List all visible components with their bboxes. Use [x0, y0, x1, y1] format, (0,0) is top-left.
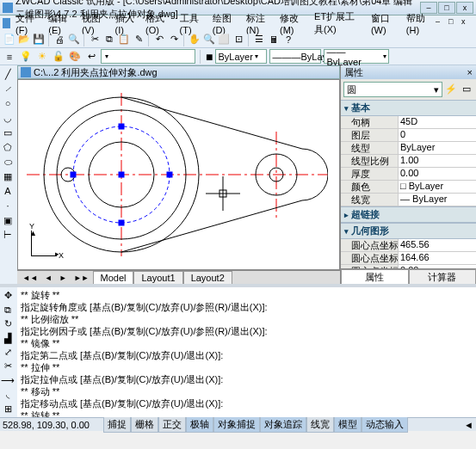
- otrack-toggle[interactable]: 对象追踪: [260, 416, 306, 433]
- prop-value[interactable]: 465.56: [398, 239, 476, 251]
- tab-nav-next[interactable]: ►: [56, 274, 71, 282]
- prop-value[interactable]: 45D: [398, 116, 476, 128]
- circle-icon[interactable]: ○: [1, 96, 15, 110]
- new-icon[interactable]: 📄: [3, 33, 16, 46]
- grip-north[interactable]: [119, 124, 125, 130]
- prop-group[interactable]: ▾基本: [341, 100, 476, 116]
- tab-model[interactable]: Model: [93, 271, 134, 284]
- dyn-toggle[interactable]: 动态输入: [362, 416, 408, 433]
- command-window[interactable]: ✥ ⧉ ↻ ▟ ⤢ ✂ ⟶ ◟ ⊞ ** 旋转 **指定旋转角度或 [基点(B)…: [0, 284, 476, 417]
- layer-color-icon[interactable]: 🎨: [68, 50, 82, 64]
- prop-row[interactable]: 圆心点坐标 Y164.66: [341, 252, 476, 265]
- twisty-icon[interactable]: ▸: [344, 211, 349, 219]
- osnap-toggle[interactable]: 对象捕捉: [213, 416, 260, 433]
- doc-maximize[interactable]: □: [448, 17, 461, 29]
- close-button[interactable]: x: [456, 2, 473, 14]
- mirror-icon[interactable]: ▟: [1, 331, 15, 344]
- prop-row[interactable]: 圆心点坐标 X465.56: [341, 239, 476, 252]
- match-icon[interactable]: ✎: [132, 33, 145, 46]
- grid-toggle[interactable]: 栅格: [131, 416, 158, 433]
- open-icon[interactable]: 📂: [17, 33, 31, 46]
- linetype-combo[interactable]: ——— ByLayer▾: [269, 49, 321, 64]
- color-combo[interactable]: ByLayer▾: [215, 49, 267, 64]
- block-icon[interactable]: ▣: [1, 213, 15, 227]
- properties-icon[interactable]: ☰: [252, 33, 266, 46]
- pan-icon[interactable]: ✋: [188, 33, 201, 46]
- scale-icon[interactable]: ⤢: [1, 346, 15, 359]
- zoom-window-icon[interactable]: ⬜: [217, 33, 231, 46]
- prop-row[interactable]: 厚度0.00: [341, 168, 476, 181]
- polar-toggle[interactable]: 极轴: [186, 416, 213, 433]
- grip-center[interactable]: [119, 172, 125, 178]
- prop-value[interactable]: ByLayer: [398, 142, 476, 154]
- line-icon[interactable]: ╱: [1, 67, 15, 81]
- layer-light-icon[interactable]: 💡: [19, 50, 33, 64]
- layer-prev-icon[interactable]: ↩: [84, 50, 98, 64]
- preview-icon[interactable]: 🔍: [67, 33, 81, 46]
- tab-nav-last[interactable]: ►►: [71, 274, 93, 282]
- tab-nav-prev[interactable]: ◄: [41, 274, 56, 282]
- menu-ettools[interactable]: ET扩展工具(X): [310, 9, 366, 37]
- point-icon[interactable]: ·: [1, 199, 15, 212]
- copy2-icon[interactable]: ⧉: [1, 303, 15, 316]
- select-objects-icon[interactable]: ▭: [460, 82, 473, 95]
- prop-value[interactable]: 1.00: [398, 155, 476, 167]
- tab-properties[interactable]: 属性: [341, 269, 409, 284]
- doc-minimize[interactable]: –: [436, 17, 448, 29]
- prop-group[interactable]: ▸超链接: [341, 206, 476, 223]
- tab-nav-first[interactable]: ◄◄: [19, 274, 41, 282]
- status-arrow-icon[interactable]: ◄: [464, 420, 473, 430]
- move-icon[interactable]: ✥: [1, 289, 15, 302]
- grip-west[interactable]: [71, 172, 77, 178]
- prop-row[interactable]: 图层0: [341, 129, 476, 142]
- rect-icon[interactable]: ▭: [1, 126, 15, 139]
- snap-toggle[interactable]: 捕捉: [103, 416, 131, 433]
- help-icon[interactable]: ?: [281, 33, 295, 46]
- ortho-toggle[interactable]: 正交: [158, 416, 186, 433]
- zoom-extents-icon[interactable]: ⊡: [232, 33, 245, 46]
- prop-row[interactable]: 线宽— ByLayer: [341, 194, 476, 206]
- copy-icon[interactable]: ⧉: [102, 33, 116, 46]
- layer-mgr-icon[interactable]: ≡: [3, 50, 16, 64]
- grip-south[interactable]: [119, 220, 125, 226]
- print-icon[interactable]: 🖨: [53, 33, 66, 46]
- drawing-canvas[interactable]: Y X ▲ ▸: [17, 79, 340, 270]
- layer-combo[interactable]: ▾: [101, 49, 195, 64]
- text-icon[interactable]: A: [1, 184, 15, 198]
- prop-row[interactable]: 线型ByLayer: [341, 142, 476, 155]
- undo-icon[interactable]: ↶: [152, 33, 166, 46]
- lineweight-combo[interactable]: —— ByLayer▾: [324, 49, 389, 64]
- hatch-icon[interactable]: ▦: [1, 169, 15, 183]
- prop-row[interactable]: 句柄45D: [341, 116, 476, 129]
- menu-window[interactable]: 窗口(W): [367, 11, 401, 36]
- tab-layout1[interactable]: Layout1: [133, 271, 182, 284]
- redo-icon[interactable]: ↷: [167, 33, 181, 46]
- polygon-icon[interactable]: ⬠: [1, 140, 15, 154]
- extend-icon[interactable]: ⟶: [1, 374, 15, 387]
- calc-icon[interactable]: 🖩: [267, 33, 281, 46]
- layer-freeze-icon[interactable]: ☀: [35, 50, 49, 64]
- dim-icon[interactable]: ⊢: [1, 228, 15, 242]
- save-icon[interactable]: 💾: [32, 33, 46, 46]
- prop-group[interactable]: ▾几何图形: [341, 223, 476, 239]
- arc-icon[interactable]: ◡: [1, 111, 15, 125]
- quick-select-icon[interactable]: ⚡: [444, 82, 458, 95]
- cut-icon[interactable]: ✂: [88, 33, 102, 46]
- lweight-toggle[interactable]: 线宽: [306, 416, 334, 433]
- twisty-icon[interactable]: ▾: [344, 227, 349, 236]
- menu-help[interactable]: 帮助(H): [402, 11, 435, 36]
- maximize-button[interactable]: □: [438, 2, 455, 14]
- doc-close[interactable]: x: [461, 17, 473, 29]
- prop-value[interactable]: □ ByLayer: [398, 181, 476, 193]
- prop-value[interactable]: 0.00: [398, 168, 476, 180]
- prop-row[interactable]: 颜色□ ByLayer: [341, 181, 476, 194]
- panel-close-icon[interactable]: ×: [467, 67, 473, 77]
- pline-icon[interactable]: ⟋: [1, 82, 15, 95]
- paste-icon[interactable]: 📋: [117, 33, 131, 46]
- tab-calculator[interactable]: 计算器: [409, 269, 477, 284]
- trim-icon[interactable]: ✂: [1, 360, 15, 372]
- prop-value[interactable]: 0: [398, 129, 476, 141]
- ellipse-icon[interactable]: ⬭: [1, 155, 15, 169]
- layer-lock-icon[interactable]: 🔓: [52, 50, 65, 64]
- twisty-icon[interactable]: ▾: [344, 104, 349, 113]
